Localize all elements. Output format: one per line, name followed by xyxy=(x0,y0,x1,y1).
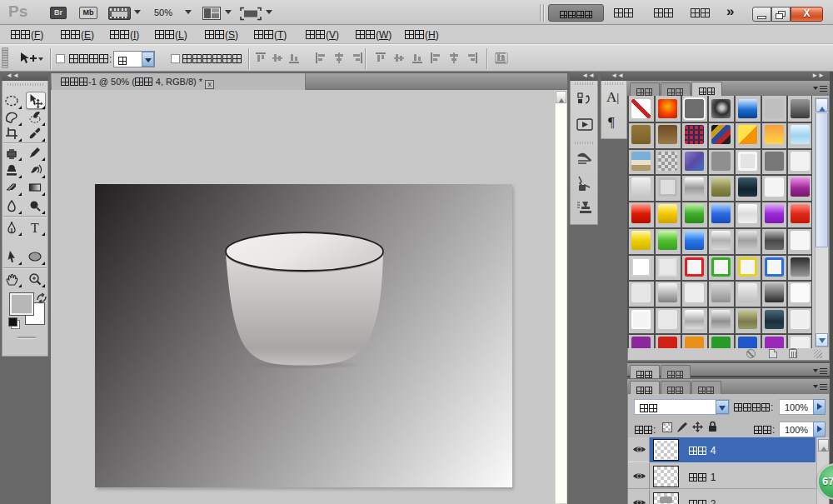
svg-text:T: T xyxy=(31,221,39,235)
